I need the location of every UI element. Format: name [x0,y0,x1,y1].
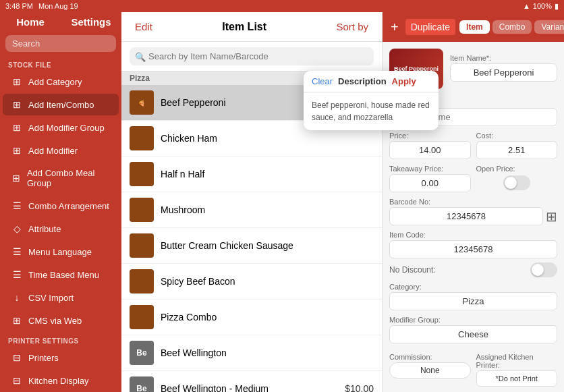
item-price: $10.00 [345,383,374,392]
item-name: Half n Half [161,169,367,179]
commission-label: Commission: [389,353,471,361]
attribute-icon: ◇ [11,223,23,234]
status-date: Mon Aug 19 [38,2,78,10]
item-thumbnail: Be [130,341,154,365]
sidebar-search-input[interactable] [5,35,116,52]
sidebar: Home Settings STOCK FILE ⊞ Add Category … [0,12,121,392]
category-value[interactable]: Pizza [389,292,557,310]
cost-label: Cost: [476,132,558,140]
add-modifier-group-icon: ⊞ [11,122,23,133]
item-name: Chicken Ham [161,133,367,144]
price-value[interactable]: 14.00 [389,141,471,159]
sidebar-nav: Home Settings [0,12,121,31]
sidebar-item-combo-arrangement[interactable]: ☰ Combo Arrangement [3,195,119,217]
barcode-label: Barcode No: [389,198,557,206]
battery-level: 100% [533,2,552,10]
item-code-value[interactable]: 12345678 [389,240,557,258]
sidebar-item-printers[interactable]: ⊟ Printers [3,347,119,368]
duplicate-button[interactable]: Duplicate [405,19,455,35]
sidebar-item-cms-web[interactable]: ⊞ CMS via Web [3,310,119,331]
clear-button[interactable]: Clear [312,76,333,86]
search-input[interactable] [130,47,374,65]
category-label: Category: [389,283,557,291]
modifier-group-value[interactable]: Cheese [389,325,557,343]
sidebar-item-time-based-menu[interactable]: ☰ Time Based Menu [3,264,119,285]
sidebar-item-add-modifier[interactable]: ⊞ Add Modifier [3,140,119,161]
tooltip-tabs: Clear Description Apply [304,71,439,92]
sidebar-item-kitchen-display[interactable]: ⊟ Kitchen Display [3,370,119,391]
sidebar-search-wrapper [0,31,121,56]
list-item[interactable]: Half n Half [121,157,382,192]
takeaway-price-value[interactable]: 0.00 [389,174,471,192]
main-content: Edit Item List Sort by 🔍 Pizza 🍕 Beef Pe… [121,12,382,392]
edit-button[interactable]: Edit [130,18,158,35]
list-item[interactable]: Spicy Beef Bacon [121,264,382,300]
csv-icon: ↓ [11,292,23,303]
item-name: Spicy Beef Bacon [161,276,367,287]
commission-value[interactable]: None [389,362,471,379]
list-item[interactable]: Be Beef Wellington - Medium $10.00 [121,371,382,392]
description-tab[interactable]: Description [338,76,387,86]
sidebar-item-add-combo-meal[interactable]: ⊞ Add Combo Meal Group [3,163,119,194]
item-thumbnail [130,305,154,329]
item-thumbnail [130,198,154,222]
price-label: Price: [389,132,471,140]
sidebar-item-add-item-combo[interactable]: ⊞ Add Item/Combo [3,94,119,115]
add-combo-icon: ⊞ [11,173,22,184]
sidebar-item-csv-import[interactable]: ↓ CSV Import [3,287,119,308]
add-modifier-icon: ⊞ [11,145,23,156]
tooltip-popup: Clear Description Apply Beef pepperoni, … [304,71,439,130]
item-thumbnail: Be [130,376,154,392]
list-item[interactable]: Butter Cream Chicken Sausage [121,228,382,264]
item-thumbnail [130,269,154,293]
tab-combo[interactable]: Combo [492,20,532,34]
menu-lang-icon: ☰ [11,246,23,257]
item-name: Mushroom [161,204,367,215]
takeaway-price-label: Takeaway Price: [389,165,471,173]
barcode-scan-icon[interactable]: ⊞ [546,208,557,225]
svg-text:🍕: 🍕 [138,100,145,107]
list-item[interactable]: Be Beef Wellington [121,335,382,371]
add-category-icon: ⊞ [11,76,23,87]
cost-value[interactable]: 2.51 [476,141,558,159]
nav-home[interactable]: Home [0,12,61,31]
list-item[interactable]: Mushroom [121,192,382,228]
item-thumbnail: 🍕 [130,90,154,115]
time-based-icon: ☰ [11,269,23,280]
wifi-icon: ▲ [523,2,530,10]
search-icon: 🔍 [135,51,146,61]
sort-by-button[interactable]: Sort by [331,18,374,35]
no-discount-toggle[interactable] [530,262,557,277]
search-bar: 🔍 [121,42,382,72]
add-item-icon: ⊞ [11,99,23,110]
sidebar-item-add-modifier-group[interactable]: ⊞ Add Modifier Group [3,117,119,138]
tab-item[interactable]: Item [459,20,490,34]
add-item-button[interactable]: + [388,18,401,36]
assigned-kitchen-label: Assigned Kitchen Printer: [476,353,558,369]
barcode-value[interactable]: 12345678 [389,207,543,225]
open-price-toggle[interactable] [503,175,530,190]
item-code-label: Item Code: [389,231,557,239]
item-thumbnail [130,233,154,258]
cms-icon: ⊞ [11,315,23,326]
item-thumbnail [130,162,154,186]
combo-arrange-icon: ☰ [11,200,23,211]
sidebar-item-add-category[interactable]: ⊞ Add Category [3,71,119,92]
item-name-value[interactable]: Beef Pepperoni [450,63,557,82]
page-title: Item List [163,21,326,33]
status-bar: 3:48 PM Mon Aug 19 ▲ 100% ▮ [0,0,564,12]
apply-button[interactable]: Apply [392,76,416,86]
battery-icon: ▮ [555,2,559,11]
item-name: Butter Cream Chicken Sausage [161,240,367,251]
no-discount-label: No Discount: [389,265,436,275]
item-name: Beef Wellington - Medium [161,383,338,392]
item-thumbnail [130,126,154,150]
assigned-kitchen-value[interactable]: *Do not Print [476,370,558,387]
sidebar-item-attribute[interactable]: ◇ Attribute [3,218,119,240]
modifier-group-label: Modifier Group: [389,316,557,324]
nav-settings[interactable]: Settings [61,12,121,31]
sidebar-item-menu-language[interactable]: ☰ Menu Language [3,241,119,262]
list-item[interactable]: Pizza Combo [121,300,382,335]
item-name-label: Item Name*: [450,54,557,62]
tab-variant[interactable]: Variant [534,20,564,34]
